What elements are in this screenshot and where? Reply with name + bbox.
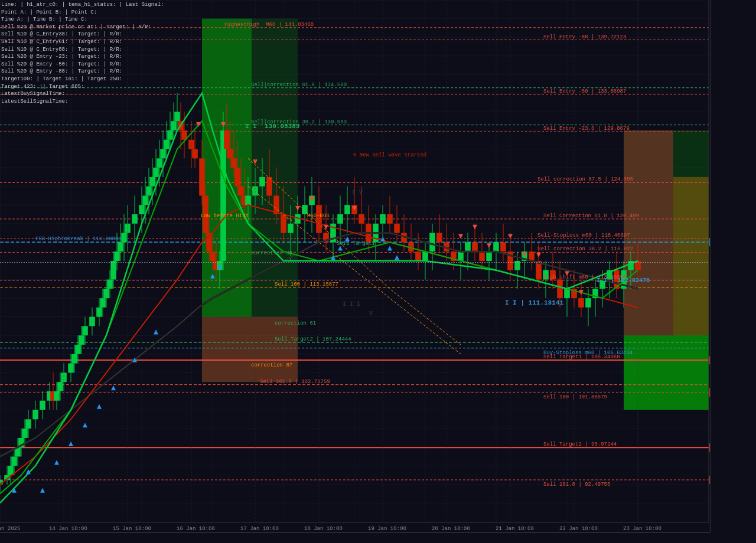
bottom-time-axis (0, 532, 710, 543)
chart-container: Line: | h1_atr_c0: | tema_h1_status: | L… (0, 0, 756, 543)
right-price-axis (710, 0, 756, 532)
